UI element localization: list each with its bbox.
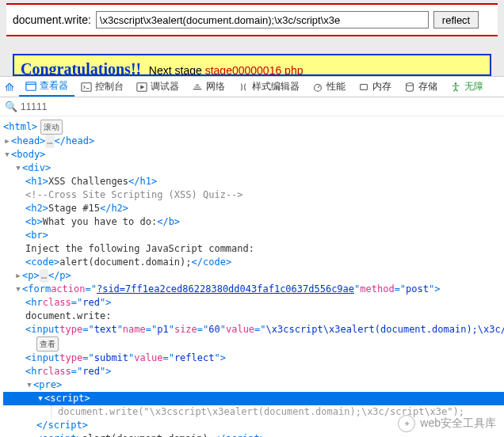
twisty-icon: ▶ <box>3 135 11 148</box>
a11y-icon <box>450 82 461 93</box>
tab-accessibility[interactable]: 无障 <box>444 77 490 97</box>
devtools-search-bar[interactable]: 🔍 11111 <box>0 97 504 116</box>
tab-console[interactable]: 控制台 <box>74 77 130 97</box>
tab-memory[interactable]: 内存 <box>352 77 398 97</box>
next-stage-label: Next stage <box>149 64 202 76</box>
debugger-icon <box>136 82 147 93</box>
form-row: document.write: reflect <box>6 5 498 35</box>
form-label: document.write: <box>13 13 91 26</box>
element-picker-icon[interactable]: ⟰ <box>0 81 19 93</box>
tab-debugger[interactable]: 调试器 <box>130 77 185 97</box>
svg-rect-0 <box>26 82 36 90</box>
congrats-banner: Congratulations!! Next stage stage000000… <box>13 54 491 76</box>
performance-icon <box>312 82 323 93</box>
svg-point-7 <box>407 82 414 86</box>
svg-point-8 <box>455 82 457 85</box>
wechat-icon: ✦ <box>398 415 415 432</box>
inspector-icon <box>25 81 36 92</box>
storage-icon <box>404 82 415 93</box>
search-query-text: 11111 <box>21 101 47 112</box>
tab-styles[interactable]: 样式编辑器 <box>231 77 306 97</box>
reflect-button[interactable]: reflect <box>433 11 479 28</box>
svg-rect-2 <box>82 82 91 91</box>
svg-marker-4 <box>140 85 144 89</box>
twisty-icon: ▼ <box>36 392 44 405</box>
congrats-title: Congratulations!! <box>21 60 141 76</box>
twisty-icon: ▶ <box>14 269 22 283</box>
devtools-panel: ⟰ 查看器 控制台 调试器 网络 样式编辑器 性能 内存 <box>0 76 504 437</box>
node-html: <html> <box>3 120 37 134</box>
p1-input[interactable] <box>96 11 429 28</box>
dom-tree[interactable]: <html>滚动 ▶<head>…</head> ▼<body> ▼<div> … <box>0 116 504 437</box>
twisty-icon: ▼ <box>25 378 33 392</box>
pill-inspect[interactable]: 查看 <box>36 336 59 352</box>
pill-scroll[interactable]: 滚动 <box>40 120 63 135</box>
tab-inspector[interactable]: 查看器 <box>19 77 74 97</box>
node-div: <div> <box>22 162 51 175</box>
next-stage-link[interactable]: stage00000016 php <box>205 64 304 76</box>
styles-icon <box>238 82 249 93</box>
node-pre: <pre> <box>33 378 62 392</box>
tab-storage[interactable]: 存储 <box>398 77 444 97</box>
network-icon <box>192 82 203 93</box>
tab-network[interactable]: 网络 <box>185 77 231 97</box>
memory-icon <box>358 82 369 93</box>
page-content: document.write: reflect Congratulations!… <box>0 0 504 76</box>
node-body: <body> <box>11 148 45 162</box>
twisty-icon: ▼ <box>14 162 22 175</box>
selected-node: ▼<script> <box>3 392 504 405</box>
watermark: ✦ web安全工具库 <box>398 415 496 432</box>
search-icon: 🔍 <box>5 101 17 112</box>
svg-rect-6 <box>361 84 368 89</box>
twisty-icon: ▼ <box>14 283 22 296</box>
console-icon <box>81 82 92 93</box>
devtools-tabs: ⟰ 查看器 控制台 调试器 网络 样式编辑器 性能 内存 <box>0 77 504 97</box>
twisty-icon: ▼ <box>3 148 11 162</box>
tab-performance[interactable]: 性能 <box>306 77 352 97</box>
